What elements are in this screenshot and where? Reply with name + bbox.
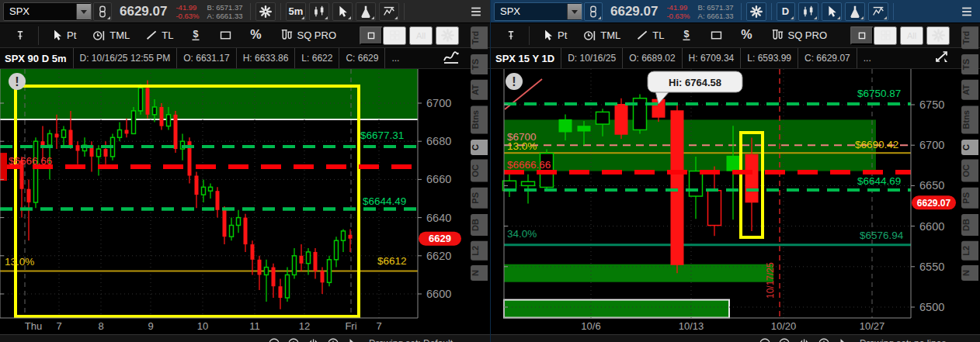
chart-mode-icon-holder[interactable] [442,49,460,67]
patterns-button[interactable] [379,2,399,21]
dollar-icon: $ [189,28,203,43]
chart-type-button[interactable] [798,2,818,21]
sidebar-tab[interactable]: N [471,265,488,281]
sidebar-tab[interactable]: TS [471,54,488,74]
sidebar-tab[interactable]: OC [471,160,488,182]
zoom-in-icon[interactable] [287,337,300,342]
chart-menu-button[interactable] [957,2,976,21]
svg-text:6550: 6550 [919,261,944,273]
drawing-set-label[interactable]: Drawing set: no lines [860,338,946,342]
sidebar-tab[interactable]: DB [961,214,978,236]
time-axis-label: 8 [82,320,120,332]
price-chart[interactable]: $6677.31$6666.66$6644.49$661213.0%670066… [0,69,466,319]
trendline-button[interactable]: TL [634,27,666,43]
ohlc-field: C: 6629 [339,48,384,68]
rectangle-tool-button[interactable] [707,27,726,43]
percent-tool-button[interactable]: % [737,26,756,44]
patterns-button[interactable] [868,2,888,21]
sidebar-tab[interactable]: L2 [471,241,488,261]
b​ar-width-icon[interactable] [307,337,320,342]
pointer-mode-icon[interactable] [837,337,849,342]
zoom-out-icon[interactable] [759,337,771,342]
ohlc-field: L: 6593.99 [740,48,798,68]
studies-button[interactable] [845,2,865,21]
percent-tool-button[interactable]: % [246,26,266,44]
sidebar-tab[interactable]: C [471,140,488,155]
all-charts-button[interactable]: All [900,26,923,45]
drawing-settings-button[interactable] [436,26,459,45]
grid-view-button[interactable] [383,26,406,45]
time-axis-label: 9 [132,320,169,332]
replay-clock-icon[interactable] [327,337,339,342]
sq-pro-button[interactable]: SQ PRO [767,26,829,44]
chart-menu-button[interactable] [467,2,485,21]
pin-button[interactable] [12,27,29,44]
svg-text:$6666.66: $6666.66 [9,155,52,167]
last-price: 6629.07 [120,4,167,19]
change-value: -41.99 [666,3,690,12]
sidebar-tab[interactable]: AT [471,80,488,100]
symbol-input[interactable]: SPX [494,2,582,21]
chart-settings-button[interactable] [255,2,276,21]
symbol-dropdown-button[interactable] [76,4,91,19]
sidebar-tab[interactable]: DB [471,214,488,236]
cursor-tool-button[interactable] [332,2,353,21]
zoom-in-icon[interactable] [778,337,791,342]
cursor-icon [50,29,64,42]
ohlc-field: H: 6709.34 [682,48,741,68]
sidebar-tab[interactable]: Btns [471,105,488,133]
timeline-button[interactable]: TML [89,27,132,44]
sidebar-tab[interactable]: AT [961,80,978,100]
price-level-button[interactable]: $ [186,26,205,44]
svg-text:Hi: 6764.58: Hi: 6764.58 [669,77,721,88]
cursor-tool-button[interactable] [822,2,842,21]
link-charts-button[interactable] [93,2,112,21]
trendline-button[interactable]: TL [143,27,175,43]
sidebar-tab[interactable]: Trd [471,26,488,49]
drawing-settings-button[interactable] [926,26,950,45]
svg-text:$6690.42: $6690.42 [855,139,898,150]
replay-clock-icon[interactable] [818,337,830,342]
pin-icon [14,29,26,43]
link-charts-button[interactable] [584,2,603,21]
symbol-dropdown-button[interactable] [567,4,582,19]
sidebar-tab[interactable]: Trd [961,26,978,49]
price-level-button[interactable]: $ [677,26,696,44]
studies-button[interactable] [356,2,376,21]
pointer-tool-button[interactable]: Pt [48,27,78,43]
sidebar-tab[interactable]: OC [961,160,978,182]
timeframe-button[interactable]: D [777,2,795,21]
pin-button[interactable] [502,27,520,44]
all-charts-button[interactable]: All [409,26,433,45]
b​ar-width-icon[interactable] [798,337,811,342]
single-view-button[interactable] [360,26,383,45]
symbol-input[interactable]: SPX [3,2,92,21]
zoom-out-icon[interactable] [268,337,280,342]
sq-pro-button[interactable]: SQ PRO [276,26,339,44]
chart-mode-icon-holder[interactable] [933,49,951,67]
sidebar-tab[interactable]: PS [961,188,978,209]
sidebar-tab[interactable]: L2 [961,241,978,261]
timeframe-button[interactable]: 5m [286,2,307,21]
chart-settings-button[interactable] [746,2,766,21]
sidebar-tab[interactable]: TS [961,54,978,74]
chart-symbol-timeframe: SPX 90 D 5m [0,53,73,64]
sidebar-tab[interactable]: N [961,265,978,281]
chart-type-button[interactable] [309,2,329,21]
sidebar-tab[interactable]: C [961,140,978,155]
rectangle-tool-button[interactable] [216,27,235,43]
single-view-button[interactable] [850,26,874,45]
grid-view-button[interactable] [874,26,897,45]
sidebar-tab[interactable]: Btns [961,105,978,133]
time-axis-label: 7 [40,320,78,332]
timeline-button[interactable]: TML [580,27,623,44]
ohlc-field: C: 6629.07 [798,48,857,68]
drawing-set-label[interactable]: Drawing set: Default [369,338,453,342]
time-axis-label: 12 [286,320,323,332]
sidebar-tab[interactable]: PS [471,188,488,209]
price-chart[interactable]: 10/17/25$6750.87$6700$6690.4213.0%$6666.… [491,69,957,319]
svg-text:$: $ [193,29,199,40]
price-change: -41.99 -0.63% [175,3,199,20]
pointer-tool-button[interactable]: Pt [539,27,569,43]
pointer-mode-icon[interactable] [346,337,358,342]
